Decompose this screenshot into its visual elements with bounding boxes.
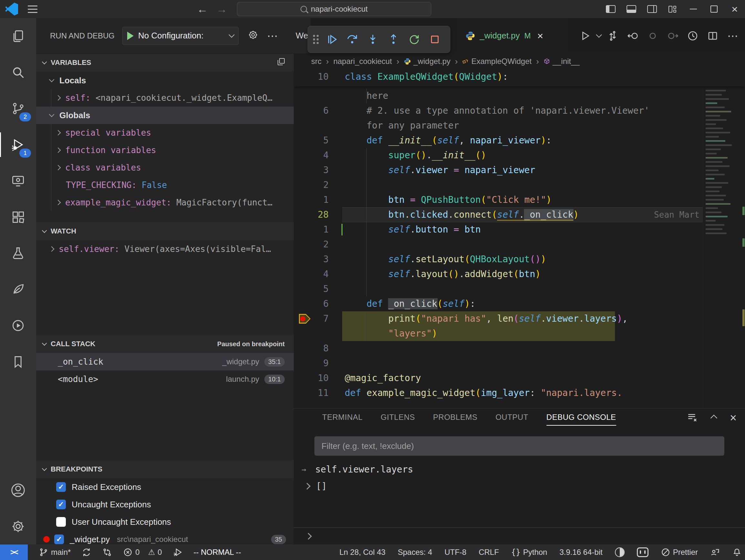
code-line[interactable]: 6 def _on_click(self): [294,297,703,311]
close-panel-icon[interactable]: × [730,412,737,424]
maximize-panel-icon[interactable] [710,414,717,421]
collapse-all-icon[interactable] [276,57,286,68]
run-and-debug-icon[interactable]: 1 [0,127,36,163]
line-number[interactable]: 3 [294,252,329,267]
leaf-extension-icon[interactable] [0,271,36,307]
line-number[interactable]: 4 [294,148,329,163]
minimize-button[interactable] [683,0,704,18]
clear-console-icon[interactable] [687,412,698,424]
remote-indicator[interactable]: >< [0,545,28,560]
code-line[interactable]: 3 self.setLayout(QHBoxLayout()) [294,252,703,267]
debug-status-icon[interactable] [173,548,183,557]
next-change-disabled-icon[interactable] [664,27,681,44]
step-out-button[interactable] [384,30,402,49]
nav-forward-icon[interactable]: → [216,4,227,14]
call-stack-section-header[interactable]: CALL STACK Paused on breakpoint [36,335,294,353]
run-python-file-icon[interactable] [577,27,594,44]
line-number[interactable]: 2 [294,178,329,192]
accounts-icon[interactable] [0,472,36,508]
breakpoints-section-header[interactable]: BREAKPOINTS [36,460,294,478]
code-line[interactable]: 10@magic_factory [294,371,703,385]
prev-change-disabled-icon[interactable] [644,27,661,44]
line-number[interactable]: 10 [294,371,329,385]
python-interpreter[interactable]: 3.9.16 64-bit [559,548,602,557]
start-debug-icon[interactable] [127,32,134,40]
tab-problems[interactable]: PROBLEMS [433,413,477,426]
line-number[interactable]: 2 [294,237,329,252]
code-line[interactable]: 9 [294,356,703,371]
code-line[interactable]: 28 btn.clicked.connect(self._on_click)Se… [294,207,703,222]
code-area[interactable]: here6 # 2. use a type annotation of 'nap… [294,87,703,408]
paused-breakpoint-icon[interactable] [299,314,311,323]
settings-gear-icon[interactable] [0,508,36,545]
code-line[interactable]: 3 self.viewer = napari_viewer [294,163,703,178]
feedback-icon[interactable] [710,548,720,557]
code-line[interactable]: 2 [294,237,703,252]
code-line[interactable]: 4 self.layout().addWidget(btn) [294,267,703,282]
copilot-icon[interactable] [637,548,648,557]
editor-more-actions-icon[interactable]: ⋯ [724,27,741,44]
tab-widget-py[interactable]: _widget.py M × [459,18,568,53]
tab-close-icon[interactable]: × [537,31,543,41]
line-number[interactable]: 5 [294,133,329,148]
breakpoint-row[interactable]: Raised Exceptions [36,478,294,496]
eol-sequence[interactable]: CRLF [479,548,499,557]
variable-row-type-checking[interactable]: TYPE_CHECKING: False [36,176,294,194]
formatter-item[interactable]: Prettier [661,548,698,557]
code-line[interactable]: 11def example_magic_widget(img_layer: "n… [294,385,703,401]
encoding[interactable]: UTF-8 [445,548,466,557]
line-number[interactable]: 6 [294,103,329,118]
expand-result-chevron-icon[interactable] [304,483,311,490]
line-number[interactable]: 6 [294,297,329,311]
code-line[interactable]: here [294,89,703,103]
restart-button[interactable] [405,30,423,49]
code-line[interactable]: 1 self.button = btn [294,222,703,237]
sync-icon[interactable] [82,548,91,557]
sticky-scroll-line[interactable]: 10 class ExampleQWidget(QWidget): [294,69,745,87]
console-input-row[interactable] [294,527,745,545]
toggle-secondary-sidebar-icon[interactable] [642,0,662,18]
line-number[interactable]: 3 [294,163,329,178]
variable-row-self[interactable]: self: <napari_cookiecut._widget.ExampleQ… [36,89,294,106]
testing-beaker-icon[interactable] [0,235,36,271]
checkbox[interactable] [56,482,66,492]
notifications-bell-icon[interactable] [732,548,742,557]
variables-group-locals[interactable]: Locals [36,72,294,89]
variable-row-example-magic-widget[interactable]: example_magic_widget: MagicFactory(funct… [36,194,294,211]
tab-gitlens[interactable]: GITLENS [381,413,415,426]
line-number[interactable]: 1 [294,222,329,237]
breakpoint-row[interactable]: Uncaught Exceptions [36,496,294,513]
line-number[interactable]: 9 [294,356,329,371]
code-line[interactable]: 5 def __init__(self, napari_viewer): [294,133,703,148]
watch-row-self-viewer[interactable]: self.viewer: Viewer(axes=Axes(visible=Fa… [36,240,294,258]
breadcrumb-class[interactable]: ExampleQWidget [462,57,531,66]
indentation[interactable]: Spaces: 4 [398,548,432,557]
menu-icon[interactable] [28,5,37,13]
run-dropdown-chevron-icon[interactable] [596,32,602,37]
breakpoint-row[interactable]: _widget.py src\napari_cookiecut 35 [36,531,294,548]
extensions-icon[interactable] [0,199,36,235]
code-line[interactable]: 6 # 2. use a type annotation of 'napari.… [294,103,703,118]
breakpoint-row[interactable]: User Uncaught Exceptions [36,513,294,531]
split-editor-icon[interactable] [704,27,721,44]
tab-terminal[interactable]: TERMINAL [322,413,362,426]
source-control-icon[interactable]: 2 [0,90,36,127]
code-line[interactable]: "layers") [294,326,703,341]
variable-row-class[interactable]: class variables [36,159,294,176]
line-number[interactable]: 11 [294,385,329,401]
checkbox[interactable] [56,517,66,527]
code-line[interactable]: 5 [294,282,703,297]
previous-change-icon[interactable] [624,27,641,44]
explorer-icon[interactable] [0,18,36,54]
checkbox[interactable] [54,534,64,544]
step-into-button[interactable] [364,30,382,49]
toggle-sidebar-icon[interactable] [601,0,621,18]
variable-row-function[interactable]: function variables [36,142,294,159]
console-echo-row[interactable]: → self.viewer.layers [301,464,413,475]
open-changes-icon[interactable] [604,27,621,44]
maximize-button[interactable] [704,0,724,18]
stop-button[interactable] [426,30,444,49]
debug-settings-gear-icon[interactable] [248,29,259,42]
code-line[interactable]: 8 [294,341,703,356]
console-result-row[interactable]: [] [305,481,327,492]
